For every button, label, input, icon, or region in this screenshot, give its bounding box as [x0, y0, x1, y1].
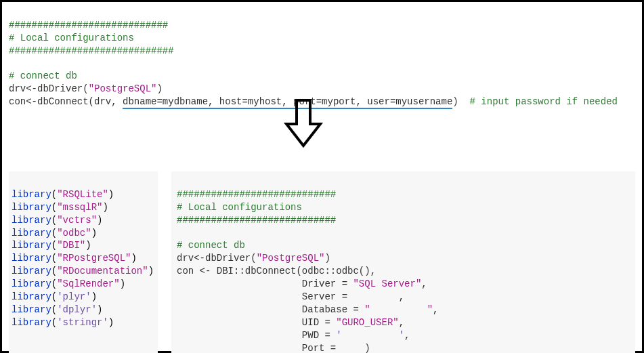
library-line: library("odbc")	[12, 228, 97, 238]
hash-line: ############################	[177, 215, 336, 226]
connect-db-comment: # connect db	[177, 240, 245, 251]
library-line: library("SqlRender")	[12, 278, 125, 289]
right-code-block: ############################ # Local con…	[171, 171, 635, 353]
local-config-comment: # Local configurations	[9, 33, 134, 43]
library-list: library("RSQLite") library("mssqlR") lib…	[9, 171, 158, 353]
library-line: library('dplyr')	[12, 304, 102, 315]
database-arg: Database = " ",	[177, 304, 439, 315]
page-frame: ############################ # Local con…	[0, 0, 644, 353]
server-arg: Server = ,	[177, 291, 404, 302]
down-arrow-icon	[280, 97, 327, 151]
driver-arg: Driver = "SQL Server",	[177, 278, 427, 289]
drv-line: drv<-dbDriver("PostgreSQL")	[177, 253, 330, 264]
library-line: library("vctrs")	[12, 215, 102, 226]
port-arg: Port = )	[177, 343, 370, 353]
library-line: library('stringr')	[12, 317, 114, 328]
library-line: library("DBI")	[12, 240, 91, 251]
connect-db-comment: # connect db	[9, 70, 77, 81]
con-line: con <- DBI::dbConnect(odbc::odbc(),	[177, 266, 376, 276]
library-line: library("RDocumentation")	[12, 266, 154, 276]
drv-line: drv<-dbDriver("PostgreSQL")	[9, 83, 163, 94]
password-comment: # input password if needed	[458, 96, 618, 107]
library-line: library("mssqlR")	[12, 202, 108, 213]
library-line: library("RPostgreSQL")	[12, 253, 137, 264]
hash-line: ############################	[9, 20, 168, 30]
hash-line: ############################	[177, 189, 336, 200]
library-line: library("RSQLite")	[12, 189, 114, 200]
uid-arg: UID = "GURO_USER",	[177, 317, 404, 328]
pwd-arg: PWD = ' ',	[177, 330, 410, 341]
local-config-comment: # Local configurations	[177, 202, 302, 213]
library-line: library('plyr')	[12, 291, 97, 302]
hash-line: #############################	[9, 45, 174, 56]
bottom-section: library("RSQLite") library("mssqlR") lib…	[9, 171, 635, 353]
